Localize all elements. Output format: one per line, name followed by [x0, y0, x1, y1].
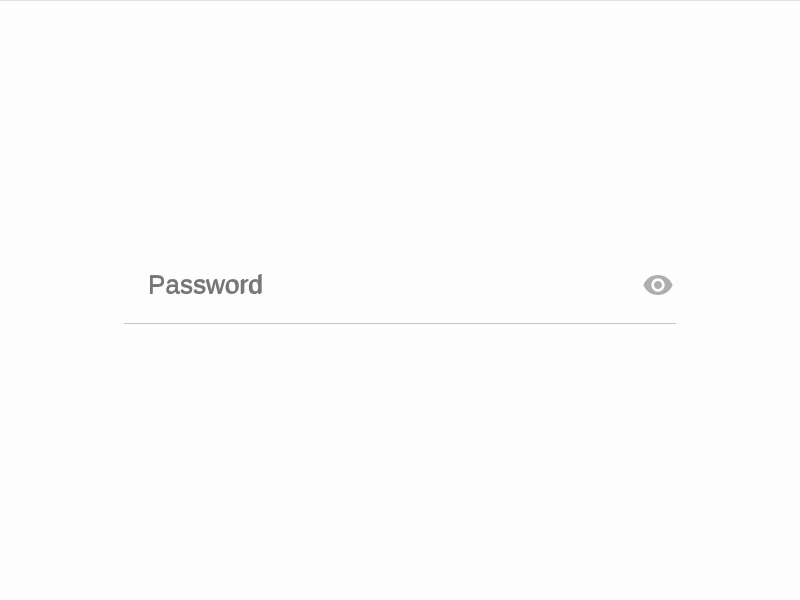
eye-icon: [642, 269, 674, 301]
toggle-password-visibility-button[interactable]: [642, 269, 676, 301]
password-input[interactable]: [148, 269, 628, 302]
password-field: Password: [124, 269, 676, 324]
top-divider: [0, 0, 800, 1]
field-underline: [124, 323, 676, 324]
password-field-row: Password: [124, 269, 676, 323]
